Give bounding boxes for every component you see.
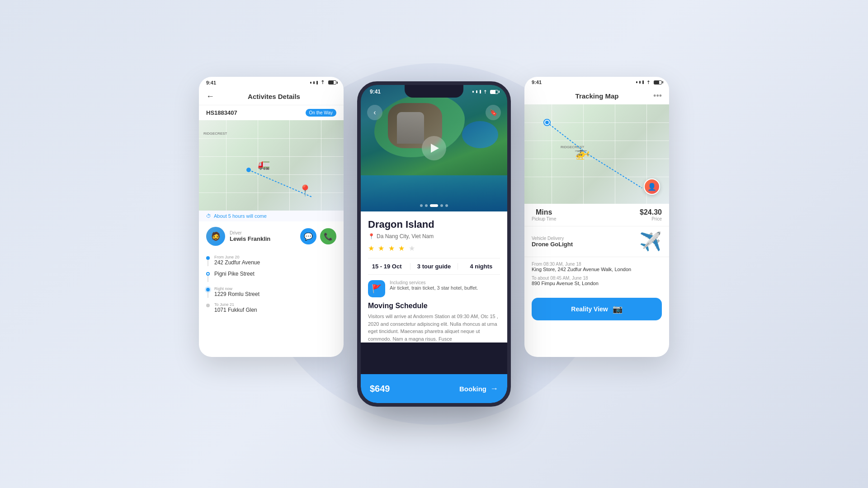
location-sub: 📍 Da Nang City, Viet Nam xyxy=(368,233,500,239)
phone-right: 9:41 ⇡ Tracking Map ••• xyxy=(524,77,669,357)
page-title-left: Activites Details xyxy=(220,93,328,100)
to-place: 1071 Fukkuf Glen xyxy=(214,307,257,313)
price-value: $24.30 xyxy=(640,208,662,216)
chat-button[interactable]: 💬 xyxy=(300,228,316,244)
route-from-addr: King Store, 242 Zudfur Avenue Walk, Lond… xyxy=(532,267,662,272)
carousel-dots xyxy=(420,204,448,207)
star-rating: ★ ★ ★ ★ ★ xyxy=(368,244,500,253)
status-bar-right: 9:41 ⇡ xyxy=(524,77,669,88)
notch xyxy=(405,85,463,98)
truck-icon: 🚛 xyxy=(258,159,270,170)
bottom-bar: $649 Booking → xyxy=(361,374,507,403)
driver-text: Driver Lewis Franklin xyxy=(230,230,270,242)
phone-left: 9:41 ⇡ ← Activites Details HS1883407 On … xyxy=(199,77,344,357)
play-icon xyxy=(431,144,439,153)
current-label: Right now xyxy=(214,286,259,291)
signal-3 xyxy=(316,81,318,84)
driver-name: Lewis Franklin xyxy=(230,235,270,242)
destination-pin: 📍 xyxy=(298,184,312,197)
location-city: Da Nang City, Viet Nam xyxy=(377,233,434,239)
to-label: To June 21 xyxy=(214,302,257,307)
route-from: From 08:30 AM, June 18 King Store, 242 Z… xyxy=(532,262,662,272)
main-scene: 9:41 ⇡ ← Activites Details HS1883407 On … xyxy=(208,50,660,438)
star-3: ★ xyxy=(388,244,396,252)
status-bar-left: 9:41 ⇡ xyxy=(199,77,344,88)
camera-icon: 📷 xyxy=(613,304,623,314)
signal-1 xyxy=(310,82,311,84)
map-area-left: RIDGECREST 🚛 📍 xyxy=(199,120,344,211)
booking-label: Booking xyxy=(459,385,486,393)
status-icons-left: ⇡ xyxy=(310,80,336,85)
price-tag: $649 xyxy=(370,384,390,394)
back-button-center[interactable]: ‹ xyxy=(367,105,382,120)
user-avatar-map: 👤 xyxy=(644,178,660,195)
dates-value: 15 - 19 Oct xyxy=(368,263,406,270)
pill-dates: 15 - 19 Oct xyxy=(368,263,406,270)
info-pills: 15 - 19 Oct 3 tour guide 4 nights xyxy=(368,258,500,275)
drone-delivery-icon: ✈️ xyxy=(639,231,662,252)
route-current: Right now 1229 Romlu Street xyxy=(206,286,336,298)
battery-left xyxy=(328,80,336,84)
delivery-label: Vehicle Delivery xyxy=(532,236,573,241)
call-button[interactable]: 📞 xyxy=(320,228,336,244)
from-label: From June 20 xyxy=(214,255,260,259)
battery-center xyxy=(490,90,498,94)
pill-guide: 3 tour guide xyxy=(415,263,453,270)
svg-line-3 xyxy=(588,154,642,188)
mins-value: Mins xyxy=(532,208,556,216)
star-1: ★ xyxy=(368,244,375,252)
delivery-info: Vehicle Delivery Drone GoLight xyxy=(532,236,573,248)
status-icons-right: ⇡ xyxy=(636,80,662,85)
star-2: ★ xyxy=(378,244,385,252)
booking-button[interactable]: Booking → xyxy=(459,384,498,394)
schedule-title: Moving Schedule xyxy=(368,302,500,310)
services-row: 🚩 Including services Air ticket, train t… xyxy=(368,280,500,297)
pickup-section: Mins Pickup Time $24.30 Price xyxy=(524,204,669,226)
delivery-name: Drone GoLight xyxy=(532,241,573,248)
driver-avatar: 🧔 xyxy=(206,227,225,246)
price-label: Price xyxy=(640,216,662,221)
route-mid1: Pigni Pike Street xyxy=(206,271,336,282)
arrow-right-icon: → xyxy=(490,384,498,394)
route-svg-left xyxy=(199,120,344,211)
action-btns: 💬 📞 xyxy=(300,228,336,244)
dot-to xyxy=(206,304,210,307)
location-name: Dragon Island xyxy=(368,219,500,230)
pill-nights: 4 nights xyxy=(462,263,500,270)
menu-dots[interactable]: ••• xyxy=(653,91,662,101)
route-section: From 08:30 AM, June 18 King Store, 242 Z… xyxy=(524,257,669,294)
right-header: Tracking Map ••• xyxy=(524,88,669,104)
phone-center: 9:41 ⇡ ‹ 🔖 xyxy=(357,81,511,407)
left-header: ← Activites Details xyxy=(199,88,344,105)
dot-mid1 xyxy=(206,272,210,276)
tracking-row: HS1883407 On the Way xyxy=(199,105,344,120)
svg-point-5 xyxy=(545,121,549,124)
route-to: To June 21 1071 Fukkuf Glen xyxy=(206,302,336,313)
current-place: 1229 Romlu Street xyxy=(214,291,259,297)
star-5: ★ xyxy=(409,244,416,252)
wifi-icon-left: ⇡ xyxy=(321,80,325,85)
nights-value: 4 nights xyxy=(462,263,500,270)
route-to-addr: 890 Fimpu Avenue St, London xyxy=(532,281,662,286)
hero-area: 9:41 ⇡ ‹ 🔖 xyxy=(361,85,507,211)
schedule-desc: Visitors will arrive at Andorem Station … xyxy=(368,313,500,343)
route-to-label: To about 08:45 AM, June 18 xyxy=(532,276,662,281)
route-from-label: From 08:30 AM, June 18 xyxy=(532,262,662,267)
mins-label: Pickup Time xyxy=(532,216,556,221)
guide-value: 3 tour guide xyxy=(415,263,453,270)
play-button[interactable] xyxy=(422,136,446,160)
clock-icon: ⏱ xyxy=(206,213,211,219)
drone-icon: 🚁 xyxy=(574,145,590,160)
back-button-left[interactable]: ← xyxy=(206,92,214,101)
services-icon: 🚩 xyxy=(368,280,385,297)
reality-view-label: Reality View xyxy=(571,305,608,313)
services-desc: Air ticket, train ticket, 3 star hotel, … xyxy=(390,285,478,291)
battery-fill-left xyxy=(329,81,334,84)
driver-label: Driver xyxy=(230,230,270,235)
dot-current xyxy=(206,288,210,291)
reality-view-button[interactable]: Reality View 📷 xyxy=(532,298,662,320)
tracking-id: HS1883407 xyxy=(206,109,237,116)
bookmark-button[interactable]: 🔖 xyxy=(486,105,501,120)
mid1-place: Pigni Pike Street xyxy=(214,271,255,277)
route-to: To about 08:45 AM, June 18 890 Fimpu Ave… xyxy=(532,276,662,286)
